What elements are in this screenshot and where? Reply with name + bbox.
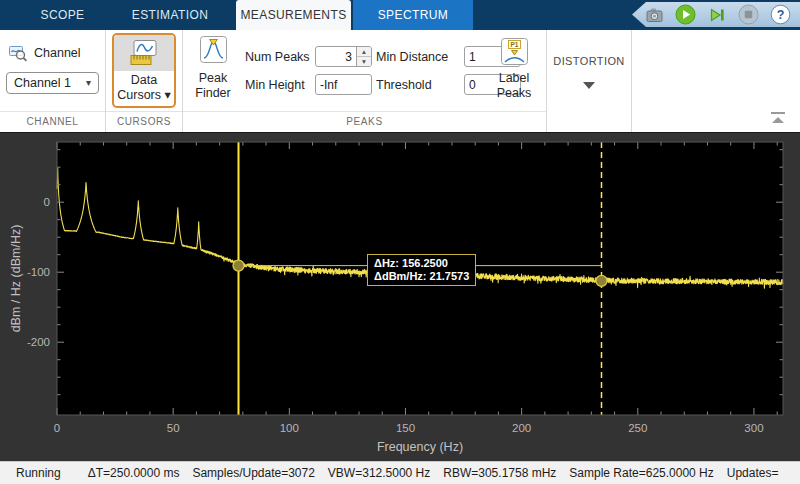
measurements-ribbon: Channel Channel 1 ▾ CHANNEL — [0, 30, 800, 133]
step-forward-button[interactable] — [707, 5, 727, 25]
cursors-section: Data Cursors ▾ CURSORS — [106, 30, 183, 132]
cursor-delta-hz: ΔHz: 156.2500 — [374, 257, 469, 270]
data-cursors-button[interactable]: Data Cursors ▾ — [112, 33, 176, 108]
svg-text:250: 250 — [628, 422, 647, 434]
svg-text:0: 0 — [44, 196, 50, 208]
channel-section: Channel Channel 1 ▾ CHANNEL — [0, 30, 106, 132]
cursors-section-label: CURSORS — [106, 111, 182, 132]
svg-text:300: 300 — [744, 422, 763, 434]
spinner-up-icon: ▲ — [357, 47, 371, 57]
peaks-section-label: PEAKS — [183, 111, 546, 132]
label-peaks-label-line2: Peaks — [492, 86, 536, 101]
spinner-down-icon: ▼ — [357, 57, 371, 66]
ribbon-filler — [632, 30, 800, 132]
data-cursors-label-line2: Cursors ▾ — [114, 88, 174, 103]
peak-finder-label-line2: Finder — [189, 86, 237, 101]
status-metric: Sample Rate=625.0000 Hz — [569, 466, 713, 480]
min-height-field — [315, 74, 372, 95]
channel-section-label: CHANNEL — [0, 111, 105, 132]
collapse-arrow-icon — [772, 117, 784, 123]
svg-text:Frequency (Hz): Frequency (Hz) — [377, 440, 463, 454]
svg-text:dBm / Hz (dBm/Hz): dBm / Hz (dBm/Hz) — [9, 225, 23, 333]
tab-scope[interactable]: SCOPE — [20, 0, 105, 30]
chevron-down-icon: ▾ — [86, 78, 91, 88]
tab-spectrum[interactable]: SPECTRUM — [353, 0, 473, 30]
distortion-section[interactable]: DISTORTION — [547, 30, 632, 132]
num-peaks-input[interactable] — [316, 47, 356, 66]
peak-finder-icon — [200, 36, 227, 63]
tab-measurements[interactable]: MEASUREMENTS — [236, 0, 351, 30]
label-peaks-icon: P1 — [501, 38, 528, 65]
cursor-delta-readout: ΔHz: 156.2500 ΔdBm/Hz: 21.7573 — [367, 254, 476, 286]
svg-text:150: 150 — [396, 422, 415, 434]
help-button[interactable]: ? — [770, 4, 791, 25]
min-height-label: Min Height — [245, 78, 311, 92]
spectrum-analyzer-window: SCOPE ESTIMATION MEASUREMENTS SPECTRUM — [0, 0, 800, 484]
data-cursors-label-line1: Data — [114, 73, 174, 88]
svg-text:0: 0 — [54, 422, 60, 434]
svg-text:100: 100 — [280, 422, 299, 434]
peak-finder-label-line1: Peak — [189, 71, 237, 86]
svg-text:200: 200 — [512, 422, 531, 434]
min-distance-label: Min Distance — [376, 50, 460, 64]
status-metric: ΔT=250.0000 ms — [88, 466, 180, 480]
status-bar: RunningΔT=250.0000 msSamples/Update=3072… — [0, 461, 800, 484]
threshold-label: Threshold — [376, 78, 460, 92]
svg-text:50: 50 — [167, 422, 180, 434]
peaks-section: Peak Finder Num Peaks ▲ ▼ Min Distance — [183, 30, 547, 132]
distortion-label: DISTORTION — [547, 55, 631, 67]
camera-icon[interactable] — [646, 7, 664, 23]
status-metric: VBW=312.5000 Hz — [328, 466, 430, 480]
min-height-input[interactable] — [316, 75, 371, 94]
label-peaks-button[interactable]: P1 Label Peaks — [492, 38, 536, 104]
label-peaks-label-line1: Label — [492, 71, 536, 86]
svg-text:P1: P1 — [510, 41, 518, 48]
distortion-dropdown-icon[interactable] — [583, 82, 595, 89]
svg-text:-200: -200 — [27, 336, 50, 348]
collapse-bar-icon — [771, 112, 785, 114]
collapse-ribbon-button[interactable] — [771, 112, 785, 123]
quick-access-toolbar: ? — [632, 2, 800, 27]
num-peaks-field: ▲ ▼ — [315, 46, 372, 67]
peak-settings: Num Peaks ▲ ▼ Min Distance Min Height — [245, 46, 521, 95]
cursor-delta-dbm: ΔdBm/Hz: 21.7573 — [374, 270, 469, 283]
channel-selector-header: Channel — [8, 43, 105, 63]
spectrum-plot[interactable]: 0501001502002503000-100-200Frequency (Hz… — [0, 133, 800, 461]
data-cursors-icon — [127, 39, 161, 68]
peak-finder-button[interactable]: Peak Finder — [189, 36, 237, 104]
svg-text:?: ? — [777, 8, 785, 22]
channel-label: Channel — [34, 46, 81, 60]
stop-button[interactable] — [738, 4, 759, 25]
spectrum-chart-canvas[interactable]: 0501001502002503000-100-200Frequency (Hz… — [0, 133, 800, 461]
channel-dropdown[interactable]: Channel 1 ▾ — [6, 72, 99, 94]
tab-estimation[interactable]: ESTIMATION — [105, 0, 235, 30]
status-metric: Updates= — [727, 466, 779, 480]
status-metric: RBW=305.1758 mHz — [443, 466, 556, 480]
svg-text:-100: -100 — [27, 266, 50, 278]
num-peaks-label: Num Peaks — [245, 50, 311, 64]
status-state: Running — [16, 466, 61, 480]
num-peaks-spinner[interactable]: ▲ ▼ — [356, 47, 371, 66]
channel-dropdown-value: Channel 1 — [14, 76, 71, 90]
toolstrip-tabbar: SCOPE ESTIMATION MEASUREMENTS SPECTRUM — [0, 0, 800, 30]
run-button[interactable] — [675, 4, 696, 25]
channel-select-icon — [8, 43, 28, 63]
status-metric: Samples/Update=3072 — [192, 466, 314, 480]
